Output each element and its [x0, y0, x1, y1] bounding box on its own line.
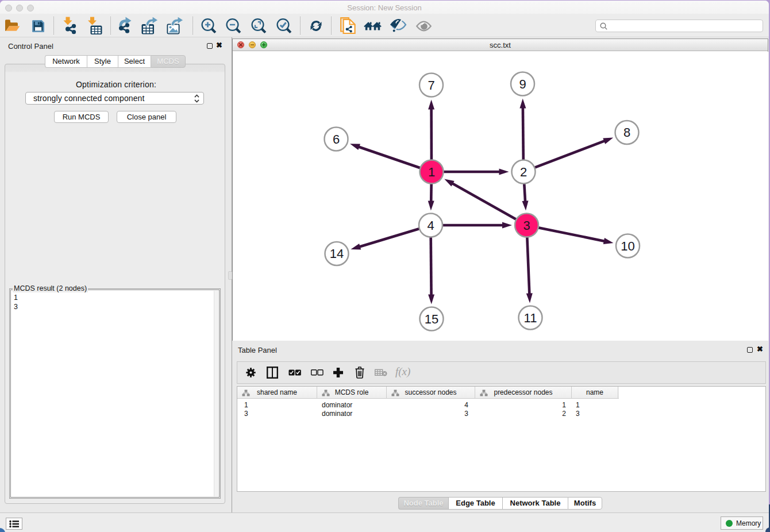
svg-text:9: 9 — [519, 77, 526, 91]
svg-text:6: 6 — [333, 132, 340, 147]
svg-text:10: 10 — [621, 239, 634, 253]
svg-text:2: 2 — [520, 165, 527, 179]
svg-text:11: 11 — [524, 311, 537, 325]
svg-text:14: 14 — [330, 246, 344, 261]
svg-text:3: 3 — [523, 218, 530, 233]
svg-text:15: 15 — [425, 312, 438, 326]
svg-text:1: 1 — [428, 165, 435, 179]
svg-text:7: 7 — [428, 78, 434, 92]
svg-text:8: 8 — [623, 125, 630, 140]
svg-text:4: 4 — [427, 218, 434, 233]
